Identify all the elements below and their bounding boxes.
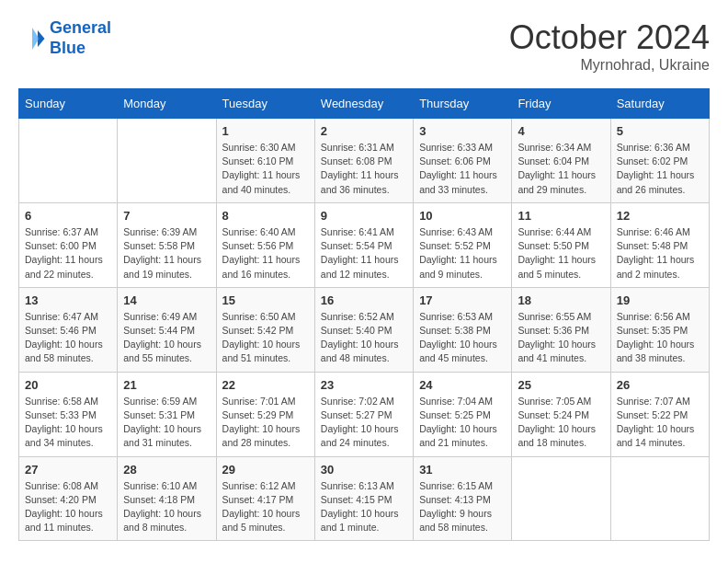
- calendar-cell: [118, 119, 216, 203]
- day-detail: Sunrise: 7:05 AM Sunset: 5:24 PM Dayligh…: [518, 395, 604, 451]
- calendar-cell: 16Sunrise: 6:52 AM Sunset: 5:40 PM Dayli…: [314, 287, 413, 372]
- day-number: 18: [518, 293, 604, 307]
- day-number: 3: [419, 124, 506, 138]
- day-number: 19: [617, 293, 703, 307]
- day-detail: Sunrise: 7:04 AM Sunset: 5:25 PM Dayligh…: [419, 395, 506, 451]
- day-detail: Sunrise: 6:50 AM Sunset: 5:42 PM Dayligh…: [222, 310, 309, 366]
- day-detail: Sunrise: 6:56 AM Sunset: 5:35 PM Dayligh…: [617, 310, 703, 366]
- day-of-week-header: Saturday: [610, 89, 709, 119]
- calendar-header: SundayMondayTuesdayWednesdayThursdayFrid…: [19, 89, 710, 119]
- calendar-cell: 24Sunrise: 7:04 AM Sunset: 5:25 PM Dayli…: [414, 372, 512, 456]
- day-number: 9: [321, 209, 407, 223]
- calendar-week-row: 13Sunrise: 6:47 AM Sunset: 5:46 PM Dayli…: [19, 287, 710, 372]
- day-detail: Sunrise: 6:36 AM Sunset: 6:02 PM Dayligh…: [617, 141, 703, 197]
- day-detail: Sunrise: 6:31 AM Sunset: 6:08 PM Dayligh…: [321, 141, 407, 197]
- calendar-cell: [19, 119, 118, 203]
- day-number: 28: [123, 463, 210, 477]
- page-header: General Blue October 2024 Myrnohrad, Ukr…: [18, 18, 710, 74]
- day-number: 1: [222, 124, 309, 138]
- day-detail: Sunrise: 6:43 AM Sunset: 5:52 PM Dayligh…: [419, 225, 506, 282]
- day-number: 4: [518, 124, 604, 138]
- calendar-week-row: 20Sunrise: 6:58 AM Sunset: 5:33 PM Dayli…: [19, 372, 710, 456]
- day-number: 31: [419, 463, 506, 477]
- calendar-cell: [610, 456, 709, 541]
- day-number: 10: [419, 209, 506, 223]
- day-detail: Sunrise: 6:49 AM Sunset: 5:44 PM Dayligh…: [123, 310, 210, 366]
- day-number: 14: [123, 293, 210, 307]
- calendar-cell: 22Sunrise: 7:01 AM Sunset: 5:29 PM Dayli…: [216, 372, 314, 456]
- day-number: 17: [419, 293, 506, 307]
- logo-icon: [18, 25, 46, 52]
- day-detail: Sunrise: 6:30 AM Sunset: 6:10 PM Dayligh…: [222, 141, 309, 197]
- day-number: 2: [321, 124, 407, 138]
- calendar-cell: 6Sunrise: 6:37 AM Sunset: 6:00 PM Daylig…: [19, 202, 118, 287]
- calendar-cell: 3Sunrise: 6:33 AM Sunset: 6:06 PM Daylig…: [414, 119, 512, 203]
- day-detail: Sunrise: 6:12 AM Sunset: 4:17 PM Dayligh…: [222, 479, 309, 535]
- day-of-week-header: Friday: [512, 89, 610, 119]
- calendar-week-row: 1Sunrise: 6:30 AM Sunset: 6:10 PM Daylig…: [19, 119, 710, 203]
- calendar-week-row: 27Sunrise: 6:08 AM Sunset: 4:20 PM Dayli…: [19, 456, 710, 541]
- day-number: 20: [25, 378, 111, 392]
- calendar-cell: 2Sunrise: 6:31 AM Sunset: 6:08 PM Daylig…: [314, 119, 413, 203]
- logo-line1: General: [50, 18, 111, 37]
- day-number: 25: [518, 378, 604, 392]
- day-detail: Sunrise: 6:58 AM Sunset: 5:33 PM Dayligh…: [25, 395, 111, 451]
- calendar-cell: 23Sunrise: 7:02 AM Sunset: 5:27 PM Dayli…: [314, 372, 413, 456]
- calendar-cell: 26Sunrise: 7:07 AM Sunset: 5:22 PM Dayli…: [610, 372, 709, 456]
- calendar-cell: 4Sunrise: 6:34 AM Sunset: 6:04 PM Daylig…: [512, 119, 610, 203]
- calendar-table: SundayMondayTuesdayWednesdayThursdayFrid…: [18, 88, 710, 541]
- day-number: 5: [617, 124, 703, 138]
- day-detail: Sunrise: 6:39 AM Sunset: 5:58 PM Dayligh…: [123, 225, 210, 282]
- day-number: 16: [321, 293, 407, 307]
- day-number: 22: [222, 378, 309, 392]
- day-detail: Sunrise: 6:47 AM Sunset: 5:46 PM Dayligh…: [25, 310, 111, 366]
- day-detail: Sunrise: 7:07 AM Sunset: 5:22 PM Dayligh…: [617, 395, 703, 451]
- calendar-cell: 28Sunrise: 6:10 AM Sunset: 4:18 PM Dayli…: [118, 456, 216, 541]
- day-detail: Sunrise: 6:59 AM Sunset: 5:31 PM Dayligh…: [123, 395, 210, 451]
- calendar-cell: 9Sunrise: 6:41 AM Sunset: 5:54 PM Daylig…: [314, 202, 413, 287]
- calendar-cell: 11Sunrise: 6:44 AM Sunset: 5:50 PM Dayli…: [512, 202, 610, 287]
- day-detail: Sunrise: 6:44 AM Sunset: 5:50 PM Dayligh…: [518, 225, 604, 282]
- calendar-cell: 7Sunrise: 6:39 AM Sunset: 5:58 PM Daylig…: [118, 202, 216, 287]
- day-number: 13: [25, 293, 111, 307]
- calendar-cell: 15Sunrise: 6:50 AM Sunset: 5:42 PM Dayli…: [216, 287, 314, 372]
- logo-line2: Blue: [50, 39, 85, 57]
- calendar-cell: 14Sunrise: 6:49 AM Sunset: 5:44 PM Dayli…: [118, 287, 216, 372]
- day-of-week-header: Tuesday: [216, 89, 314, 119]
- day-number: 27: [25, 463, 111, 477]
- calendar-cell: 5Sunrise: 6:36 AM Sunset: 6:02 PM Daylig…: [610, 119, 709, 203]
- day-number: 7: [123, 209, 210, 223]
- day-of-week-header: Monday: [118, 89, 216, 119]
- calendar-cell: 18Sunrise: 6:55 AM Sunset: 5:36 PM Dayli…: [512, 287, 610, 372]
- day-detail: Sunrise: 6:41 AM Sunset: 5:54 PM Dayligh…: [321, 225, 407, 282]
- calendar-cell: 1Sunrise: 6:30 AM Sunset: 6:10 PM Daylig…: [216, 119, 314, 203]
- day-number: 29: [222, 463, 309, 477]
- location-subtitle: Myrnohrad, Ukraine: [509, 57, 710, 74]
- day-detail: Sunrise: 7:01 AM Sunset: 5:29 PM Dayligh…: [222, 395, 309, 451]
- day-detail: Sunrise: 6:52 AM Sunset: 5:40 PM Dayligh…: [321, 310, 407, 366]
- day-of-week-header: Sunday: [19, 89, 118, 119]
- day-detail: Sunrise: 6:46 AM Sunset: 5:48 PM Dayligh…: [617, 225, 703, 282]
- day-number: 21: [123, 378, 210, 392]
- calendar-cell: 21Sunrise: 6:59 AM Sunset: 5:31 PM Dayli…: [118, 372, 216, 456]
- day-detail: Sunrise: 6:33 AM Sunset: 6:06 PM Dayligh…: [419, 141, 506, 197]
- day-number: 15: [222, 293, 309, 307]
- calendar-cell: 29Sunrise: 6:12 AM Sunset: 4:17 PM Dayli…: [216, 456, 314, 541]
- day-detail: Sunrise: 6:37 AM Sunset: 6:00 PM Dayligh…: [25, 225, 111, 282]
- day-detail: Sunrise: 6:13 AM Sunset: 4:15 PM Dayligh…: [321, 479, 407, 535]
- day-detail: Sunrise: 6:08 AM Sunset: 4:20 PM Dayligh…: [25, 479, 111, 535]
- calendar-cell: 25Sunrise: 7:05 AM Sunset: 5:24 PM Dayli…: [512, 372, 610, 456]
- calendar-cell: 31Sunrise: 6:15 AM Sunset: 4:13 PM Dayli…: [414, 456, 512, 541]
- calendar-body: 1Sunrise: 6:30 AM Sunset: 6:10 PM Daylig…: [19, 119, 710, 541]
- calendar-cell: 20Sunrise: 6:58 AM Sunset: 5:33 PM Dayli…: [19, 372, 118, 456]
- logo: General Blue: [18, 18, 111, 58]
- calendar-cell: 30Sunrise: 6:13 AM Sunset: 4:15 PM Dayli…: [314, 456, 413, 541]
- calendar-cell: 13Sunrise: 6:47 AM Sunset: 5:46 PM Dayli…: [19, 287, 118, 372]
- day-detail: Sunrise: 6:40 AM Sunset: 5:56 PM Dayligh…: [222, 225, 309, 282]
- day-of-week-header: Thursday: [414, 89, 512, 119]
- calendar-cell: 19Sunrise: 6:56 AM Sunset: 5:35 PM Dayli…: [610, 287, 709, 372]
- calendar-cell: 8Sunrise: 6:40 AM Sunset: 5:56 PM Daylig…: [216, 202, 314, 287]
- day-detail: Sunrise: 6:55 AM Sunset: 5:36 PM Dayligh…: [518, 310, 604, 366]
- day-number: 26: [617, 378, 703, 392]
- day-number: 24: [419, 378, 506, 392]
